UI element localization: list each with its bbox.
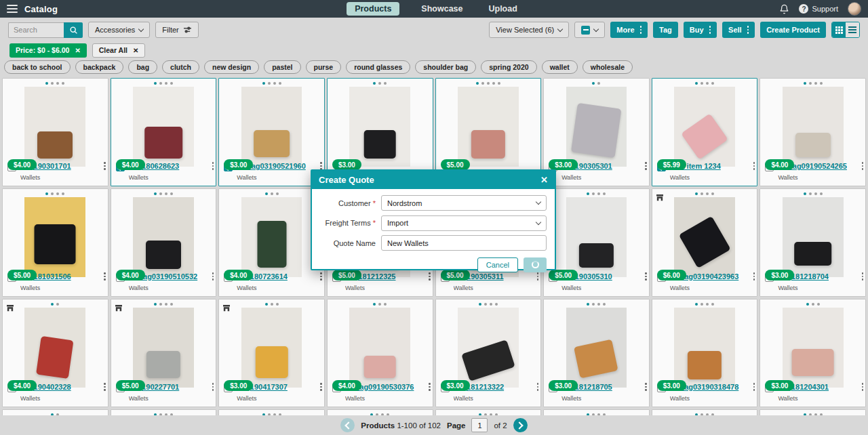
search-input[interactable] [8, 22, 64, 38]
carousel-dots[interactable] [111, 192, 216, 195]
product-image[interactable] [241, 87, 302, 167]
previous-page-button[interactable] [340, 418, 355, 432]
product-image[interactable] [566, 308, 627, 388]
carousel-dots[interactable] [652, 303, 757, 306]
close-icon[interactable]: ✕ [75, 47, 80, 54]
product-menu-icon[interactable] [429, 272, 431, 281]
product-menu-icon[interactable] [645, 383, 647, 391]
sell-button[interactable]: Sell [722, 22, 755, 38]
category-dropdown[interactable]: Accessories [88, 22, 150, 38]
tag-pill[interactable]: purse [306, 60, 342, 74]
tab-products[interactable]: Products [347, 2, 399, 16]
product-image[interactable] [458, 87, 519, 167]
product-menu-icon[interactable] [104, 383, 106, 391]
product-menu-icon[interactable] [753, 162, 755, 170]
product-image[interactable] [24, 308, 85, 388]
carousel-dots[interactable] [760, 82, 865, 85]
product-image[interactable] [241, 197, 302, 277]
close-icon[interactable]: ✕ [133, 47, 138, 54]
notifications-bell-icon[interactable] [779, 4, 789, 14]
carousel-dots[interactable] [219, 192, 324, 195]
tab-upload[interactable]: Upload [484, 2, 521, 16]
product-image[interactable] [241, 308, 302, 388]
product-menu-icon[interactable] [320, 162, 322, 170]
product-menu-icon[interactable] [212, 383, 214, 391]
carousel-dots[interactable] [219, 82, 324, 85]
product-menu-icon[interactable] [862, 162, 864, 170]
product-menu-icon[interactable] [104, 272, 106, 281]
product-image[interactable] [133, 308, 194, 388]
product-image[interactable] [24, 87, 85, 167]
tag-pill[interactable]: shoulder bag [415, 60, 476, 74]
tag-pill[interactable]: wallet [542, 60, 578, 74]
tag-pill[interactable]: pastel [264, 60, 300, 74]
carousel-dots[interactable] [328, 303, 433, 306]
tag-pill[interactable]: clutch [162, 60, 199, 74]
product-image[interactable] [349, 308, 410, 388]
carousel-dots[interactable] [3, 303, 108, 306]
clear-all-chip[interactable]: Clear All✕ [92, 43, 146, 58]
product-menu-icon[interactable] [104, 162, 106, 170]
product-menu-icon[interactable] [212, 272, 214, 281]
carousel-dots[interactable] [111, 303, 216, 306]
tag-pill[interactable]: backpack [75, 60, 124, 74]
carousel-dots[interactable] [760, 192, 865, 195]
next-page-button[interactable] [513, 418, 528, 432]
carousel-dots[interactable] [544, 82, 649, 85]
quote-name-input[interactable] [381, 235, 547, 251]
product-image[interactable] [349, 87, 410, 167]
carousel-dots[interactable] [652, 192, 757, 195]
carousel-dots[interactable] [760, 303, 865, 306]
product-menu-icon[interactable] [862, 272, 864, 281]
more-button[interactable]: More [610, 22, 648, 38]
carousel-dots[interactable] [544, 303, 649, 306]
product-menu-icon[interactable] [645, 162, 647, 170]
carousel-dots[interactable] [219, 303, 324, 306]
carousel-dots[interactable] [111, 82, 216, 85]
search-button[interactable] [64, 22, 83, 38]
create-product-button[interactable]: Create Product [760, 22, 826, 38]
carousel-dots[interactable] [3, 192, 108, 195]
product-image[interactable] [566, 87, 627, 167]
product-image[interactable] [133, 197, 194, 277]
close-icon[interactable]: ✕ [540, 175, 548, 185]
product-menu-icon[interactable] [212, 162, 214, 170]
carousel-dots[interactable] [436, 82, 541, 85]
customer-select[interactable]: Nordstrom [381, 195, 547, 211]
cancel-button[interactable]: Cancel [477, 257, 518, 272]
product-menu-icon[interactable] [862, 383, 864, 391]
product-menu-icon[interactable] [320, 383, 322, 391]
product-menu-icon[interactable] [645, 272, 647, 281]
product-image[interactable] [674, 87, 735, 167]
menu-icon[interactable] [7, 3, 18, 15]
tag-pill[interactable]: back to school [4, 60, 71, 74]
tab-showcase[interactable]: Showcase [417, 2, 467, 16]
product-menu-icon[interactable] [753, 383, 755, 391]
carousel-dots[interactable] [544, 192, 649, 195]
product-image[interactable] [783, 308, 844, 388]
view-selected-dropdown[interactable]: View Selected (6) [489, 22, 569, 38]
carousel-dots[interactable] [436, 303, 541, 306]
tag-pill[interactable]: round glasses [346, 60, 410, 74]
product-image[interactable] [783, 197, 844, 277]
user-avatar[interactable] [848, 2, 861, 16]
support-button[interactable]: ? Support [799, 4, 838, 14]
product-menu-icon[interactable] [429, 383, 431, 391]
carousel-dots[interactable] [328, 82, 433, 85]
page-number-input[interactable] [471, 418, 488, 432]
carousel-dots[interactable] [3, 82, 108, 85]
select-all-dropdown[interactable] [574, 22, 605, 38]
tag-pill[interactable]: spring 2020 [481, 60, 536, 74]
product-image[interactable] [566, 197, 627, 277]
product-image[interactable] [674, 197, 735, 277]
buy-button[interactable]: Buy [684, 22, 717, 38]
product-menu-icon[interactable] [320, 272, 322, 281]
grid-view-icon[interactable] [832, 22, 846, 37]
product-menu-icon[interactable] [753, 272, 755, 281]
product-menu-icon[interactable] [537, 383, 539, 391]
product-image[interactable] [783, 87, 844, 167]
quote-name-field[interactable] [387, 239, 540, 247]
submit-loading-button[interactable] [524, 257, 547, 272]
product-image[interactable] [133, 87, 194, 167]
product-image[interactable] [674, 308, 735, 388]
